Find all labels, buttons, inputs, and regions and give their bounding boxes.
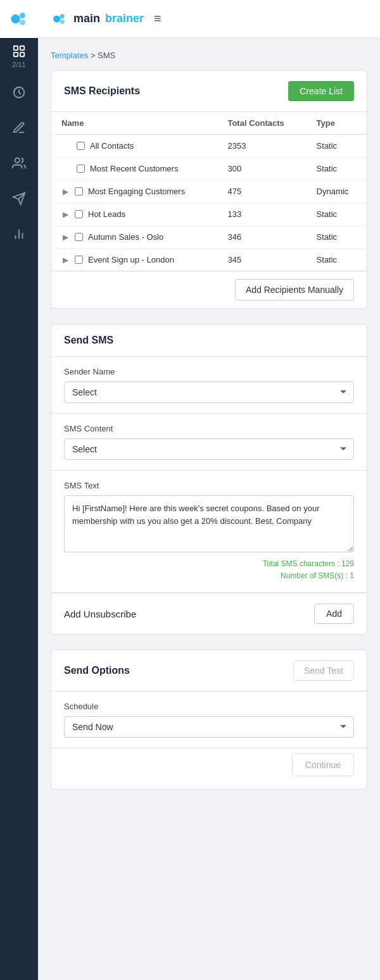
expand-button[interactable]: ▶ — [61, 187, 70, 196]
recipient-checkbox[interactable] — [77, 164, 85, 173]
recipients-card-header: SMS Recipients Create List — [51, 71, 367, 112]
recipient-checkbox[interactable] — [77, 142, 85, 150]
table-row: All Contacts2353Static — [51, 135, 367, 158]
recipient-contacts: 300 — [217, 158, 306, 180]
svg-rect-6 — [20, 53, 24, 56]
recipient-name: Most Engaging Customers — [88, 187, 185, 196]
add-unsubscribe-button[interactable]: Add — [314, 604, 354, 624]
app-logo: mainbrainer — [51, 10, 144, 28]
recipient-contacts: 346 — [217, 226, 306, 249]
breadcrumb-parent[interactable]: Templates — [51, 51, 88, 60]
recipient-name: Autumn Sales - Oslo — [88, 232, 163, 242]
sender-name-section: Sender Name Select — [51, 357, 367, 414]
recipient-contacts: 133 — [217, 203, 306, 226]
send-options-header: Send Options Send Test — [51, 650, 367, 692]
col-type: Type — [307, 112, 367, 135]
sms-text-label: SMS Text — [64, 481, 354, 490]
recipient-type: Dynamic — [307, 180, 367, 203]
recipients-card: SMS Recipients Create List Name Total Co… — [51, 70, 367, 309]
svg-point-1 — [20, 13, 25, 18]
sidebar-item-contacts[interactable] — [0, 147, 38, 180]
expand-button[interactable]: ▶ — [61, 233, 70, 242]
sms-text-section: SMS Text Total SMS characters : 129 Numb… — [51, 471, 367, 593]
recipient-type: Static — [307, 158, 367, 180]
step-indicator: 2/11 — [12, 61, 25, 69]
sms-stats: Total SMS characters : 129 Number of SMS… — [64, 558, 354, 582]
sidebar-item-send[interactable] — [0, 182, 38, 215]
table-row: ▶Hot Leads133Static — [51, 203, 367, 226]
col-total-contacts: Total Contacts — [217, 112, 306, 135]
svg-point-14 — [53, 15, 60, 22]
svg-point-8 — [15, 158, 20, 163]
unsubscribe-section: Add Unsubscribe Add — [51, 593, 367, 634]
sms-content-select[interactable]: Select — [64, 438, 354, 460]
recipient-contacts: 475 — [217, 180, 306, 203]
recipient-type: Static — [307, 226, 367, 249]
unsubscribe-label: Add Unsubscribe — [64, 609, 136, 619]
svg-point-15 — [60, 14, 65, 18]
recipient-checkbox[interactable] — [75, 210, 83, 218]
add-recipients-bar: Add Recipients Manually — [51, 271, 367, 308]
sidebar-item-edit[interactable] — [0, 111, 38, 144]
recipient-contacts: 345 — [217, 249, 306, 271]
breadcrumb-separator: > — [91, 51, 96, 60]
total-chars-stat: Total SMS characters : 129 — [64, 558, 354, 570]
send-sms-card-header: Send SMS — [51, 325, 367, 357]
recipient-checkbox[interactable] — [75, 187, 83, 195]
svg-point-16 — [60, 19, 65, 23]
sender-name-select[interactable]: Select — [64, 381, 354, 403]
send-options-title: Send Options — [64, 665, 130, 676]
send-sms-card: Send SMS Sender Name Select SMS Content … — [51, 324, 367, 635]
recipient-type: Static — [307, 135, 367, 158]
sidebar-logo — [0, 0, 38, 38]
schedule-section: Schedule Send Now Schedule for Later — [51, 692, 367, 748]
hamburger-icon[interactable]: ≡ — [154, 11, 162, 26]
table-row: ▶Most Engaging Customers475Dynamic — [51, 180, 367, 203]
sender-name-label: Sender Name — [64, 367, 354, 376]
breadcrumb: Templates > SMS — [51, 51, 367, 60]
app-name-main: main — [73, 12, 100, 25]
main-content: Templates > SMS SMS Recipients Create Li… — [38, 38, 380, 980]
create-list-button[interactable]: Create List — [288, 81, 354, 101]
recipients-card-title: SMS Recipients — [64, 85, 140, 97]
app-name-brainer: brainer — [105, 12, 144, 25]
svg-rect-4 — [20, 46, 24, 50]
add-recipients-button[interactable]: Add Recipients Manually — [235, 279, 354, 301]
recipients-table: Name Total Contacts Type All Contacts235… — [51, 112, 367, 271]
col-name: Name — [51, 112, 217, 135]
sidebar-item-step[interactable]: 2/11 — [0, 40, 38, 73]
expand-button[interactable]: ▶ — [61, 256, 70, 264]
sidebar-item-analytics[interactable] — [0, 218, 38, 251]
svg-point-0 — [11, 15, 20, 23]
send-sms-title: Send SMS — [64, 335, 113, 346]
table-row: ▶Autumn Sales - Oslo346Static — [51, 226, 367, 249]
schedule-label: Schedule — [64, 702, 354, 711]
recipient-name: All Contacts — [90, 141, 134, 151]
continue-button[interactable]: Continue — [292, 754, 354, 776]
svg-rect-5 — [14, 53, 18, 56]
sms-text-input[interactable] — [64, 495, 354, 552]
send-test-button[interactable]: Send Test — [293, 661, 354, 681]
schedule-select[interactable]: Send Now Schedule for Later — [64, 716, 354, 738]
recipient-name: Most Recent Customers — [90, 164, 178, 173]
table-row: Most Recent Customers300Static — [51, 158, 367, 180]
send-options-card: Send Options Send Test Schedule Send Now… — [51, 650, 367, 790]
sms-content-section: SMS Content Select — [51, 414, 367, 471]
num-sms-stat: Number of SMS(s) : 1 — [64, 570, 354, 582]
recipient-name: Hot Leads — [88, 209, 125, 219]
table-row: ▶Event Sign up - London345Static — [51, 249, 367, 271]
topnav: mainbrainer ≡ — [38, 0, 380, 38]
sidebar: 2/11 — [0, 0, 38, 980]
recipient-checkbox[interactable] — [75, 233, 83, 241]
recipient-type: Static — [307, 249, 367, 271]
sidebar-item-dashboard[interactable] — [0, 76, 38, 109]
recipient-checkbox[interactable] — [75, 256, 83, 264]
svg-point-2 — [20, 20, 25, 25]
recipient-type: Static — [307, 203, 367, 226]
recipient-name: Event Sign up - London — [88, 255, 174, 264]
sms-content-label: SMS Content — [64, 424, 354, 433]
breadcrumb-current: SMS — [98, 51, 115, 60]
expand-button[interactable]: ▶ — [61, 210, 70, 219]
recipient-contacts: 2353 — [217, 135, 306, 158]
svg-rect-3 — [14, 46, 18, 50]
